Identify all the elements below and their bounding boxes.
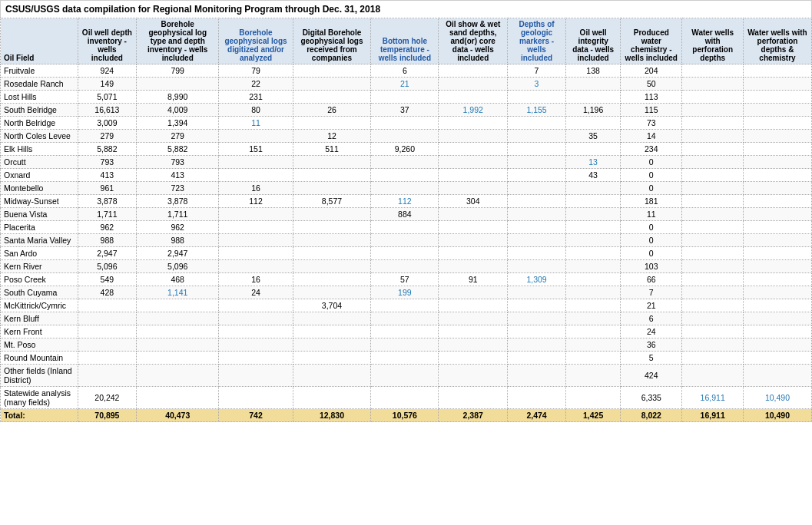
cell-depths_geologic	[508, 352, 566, 365]
cell-produced_water: 0	[621, 182, 682, 195]
main-table-container: Oil Field Oil well depth inventory - wel…	[0, 18, 812, 422]
cell-oil_well_depth: 5,882	[78, 143, 136, 156]
cell-oil_well_depth	[78, 365, 136, 387]
table-row: Statewide analysis (many fields)20,2426,…	[1, 387, 812, 409]
cell-borehole_log_depth: 962	[137, 221, 219, 234]
cell-water_wells_perf_chem	[743, 338, 811, 352]
cell-borehole_digitized	[219, 352, 293, 365]
cell-oil_well_depth: 3,009	[78, 117, 136, 130]
cell-bottom_hole_temp	[371, 260, 439, 273]
cell-bottom_hole_temp: 884	[371, 208, 439, 221]
cell-water_wells_perforation	[682, 260, 744, 273]
cell-digital_borehole	[293, 156, 371, 169]
col-header-field: Oil Field	[1, 18, 78, 64]
col-header-digital-borehole: Digital Borehole geophysical logs receiv…	[293, 18, 371, 64]
col-header-oil-well-depth: Oil well depth inventory - wells include…	[78, 18, 136, 64]
cell-water_wells_perforation	[682, 117, 744, 130]
table-row: San Ardo2,9472,9470	[1, 247, 812, 260]
table-row: Montebello961723160	[1, 182, 812, 195]
totals-water-wells-perf: 16,911	[682, 409, 744, 422]
cell-produced_water: 115	[621, 104, 682, 117]
cell-water_wells_perf_chem	[743, 91, 811, 104]
cell-borehole_log_depth: 1,711	[137, 208, 219, 221]
cell-oil_show_wet_sand	[439, 208, 508, 221]
totals-borehole-log-depth: 40,473	[137, 409, 219, 422]
cell-depths_geologic	[508, 299, 566, 312]
table-row: Poso Creek5494681657911,30966	[1, 273, 812, 286]
cell-water_wells_perforation	[682, 156, 744, 169]
cell-produced_water: 50	[621, 78, 682, 91]
cell-produced_water: 21	[621, 299, 682, 312]
cell-borehole_log_depth: 793	[137, 156, 219, 169]
cell-produced_water: 181	[621, 195, 682, 208]
cell-water_wells_perforation	[682, 325, 744, 338]
cell-water_wells_perf_chem	[743, 78, 811, 91]
cell-oil_well_depth	[78, 299, 136, 312]
cell-oil_show_wet_sand	[439, 234, 508, 247]
table-row: Orcutt793793130	[1, 156, 812, 169]
cell-depths_geologic	[508, 365, 566, 387]
totals-digital-borehole: 12,830	[293, 409, 371, 422]
cell-oil_well_depth: 961	[78, 182, 136, 195]
cell-borehole_log_depth: 413	[137, 169, 219, 182]
cell-water_wells_perforation	[682, 365, 744, 387]
cell-produced_water: 204	[621, 64, 682, 78]
cell-borehole_digitized	[219, 260, 293, 273]
cell-bottom_hole_temp	[371, 325, 439, 338]
cell-oil_show_wet_sand	[439, 387, 508, 409]
cell-oil_well_integrity	[566, 286, 621, 299]
cell-borehole_digitized: 24	[219, 286, 293, 299]
cell-water_wells_perf_chem	[743, 365, 811, 387]
cell-digital_borehole	[293, 208, 371, 221]
cell-borehole_log_depth: 5,882	[137, 143, 219, 156]
cell-field: North Coles Levee	[1, 130, 78, 143]
cell-bottom_hole_temp	[371, 387, 439, 409]
cell-field: Other fields (Inland District)	[1, 365, 78, 387]
cell-water_wells_perf_chem	[743, 64, 811, 78]
cell-oil_well_depth: 549	[78, 273, 136, 286]
totals-bottom-hole-temp: 10,576	[371, 409, 439, 422]
table-row: Kern Front24	[1, 325, 812, 338]
table-row: Other fields (Inland District)424	[1, 365, 812, 387]
cell-oil_well_integrity	[566, 234, 621, 247]
cell-borehole_digitized	[219, 169, 293, 182]
cell-borehole_log_depth: 5,096	[137, 260, 219, 273]
cell-oil_well_integrity	[566, 325, 621, 338]
totals-produced-water: 8,022	[621, 409, 682, 422]
table-row: Placerita9629620	[1, 221, 812, 234]
cell-depths_geologic	[508, 182, 566, 195]
cell-field: North Belridge	[1, 117, 78, 130]
cell-bottom_hole_temp	[371, 169, 439, 182]
cell-water_wells_perforation: 16,911	[682, 387, 744, 409]
cell-depths_geologic: 7	[508, 64, 566, 78]
cell-water_wells_perforation	[682, 221, 744, 234]
cell-oil_show_wet_sand	[439, 221, 508, 234]
cell-field: Round Mountain	[1, 352, 78, 365]
cell-borehole_digitized	[219, 130, 293, 143]
totals-label: Total:	[1, 409, 78, 422]
cell-water_wells_perforation	[682, 143, 744, 156]
table-row: Round Mountain5	[1, 352, 812, 365]
cell-digital_borehole: 511	[293, 143, 371, 156]
cell-digital_borehole	[293, 365, 371, 387]
cell-oil_show_wet_sand	[439, 286, 508, 299]
cell-produced_water: 7	[621, 286, 682, 299]
table-row: Elk Hills5,8825,8821515119,260234	[1, 143, 812, 156]
cell-field: Mt. Poso	[1, 338, 78, 352]
cell-depths_geologic	[508, 234, 566, 247]
cell-bottom_hole_temp	[371, 234, 439, 247]
cell-oil_well_depth: 924	[78, 64, 136, 78]
cell-oil_well_integrity	[566, 387, 621, 409]
cell-oil_well_integrity	[566, 299, 621, 312]
cell-produced_water: 73	[621, 117, 682, 130]
cell-borehole_digitized	[219, 234, 293, 247]
col-header-borehole-log-depth: Borehole geophysical log type and depth …	[137, 18, 219, 64]
cell-water_wells_perf_chem	[743, 273, 811, 286]
col-header-oil-show: Oil show & wet sand depths, and(or) core…	[439, 18, 508, 64]
table-row: Buena Vista1,7111,71188411	[1, 208, 812, 221]
table-row: Rosedale Ranch1492221350	[1, 78, 812, 91]
cell-water_wells_perf_chem	[743, 169, 811, 182]
cell-field: Rosedale Ranch	[1, 78, 78, 91]
cell-field: Placerita	[1, 221, 78, 234]
totals-borehole-digitized: 742	[219, 409, 293, 422]
